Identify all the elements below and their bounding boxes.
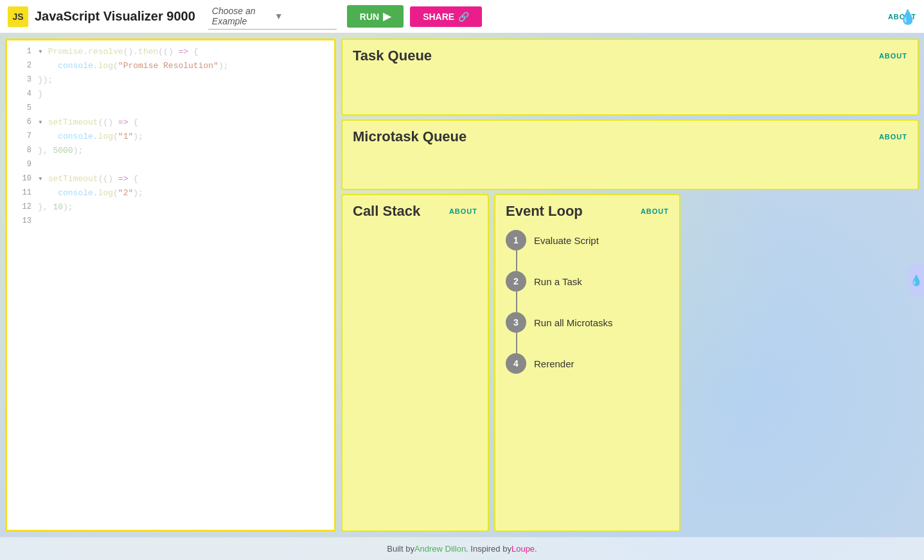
microtask-queue-title: Microtask Queue	[353, 128, 466, 145]
event-loop-panel: Event Loop ABOUT 1Evaluate Script2Run a …	[494, 194, 680, 532]
example-dropdown[interactable]: Choose an Example ▼	[208, 3, 337, 30]
step-circle: 2	[506, 271, 526, 292]
step-circle: 1	[506, 230, 526, 250]
step-label: Evaluate Script	[534, 235, 599, 246]
code-line: 13	[7, 215, 334, 229]
code-line: 10▾ setTimeout(() => {	[7, 173, 334, 187]
line-code: }, 5000);	[38, 144, 83, 158]
line-number: 8	[12, 144, 31, 157]
event-loop-header: Event Loop ABOUT	[506, 203, 669, 220]
microtask-queue-about[interactable]: ABOUT	[879, 133, 907, 141]
line-number: 13	[12, 215, 31, 227]
footer-prefix: Built by	[387, 544, 414, 554]
code-line: 3});	[7, 74, 334, 88]
step-label: Run a Task	[534, 276, 582, 287]
right-panel-wrapper: Task Queue ABOUT Microtask Queue ABOUT C…	[341, 33, 924, 537]
line-number: 9	[12, 159, 31, 171]
line-code: console.log("Promise Resolution");	[38, 60, 229, 73]
link-icon: 🔗	[458, 12, 469, 22]
code-line: 7 console.log("1");	[7, 130, 334, 144]
line-number: 12	[12, 201, 31, 213]
code-line: 8}, 5000);	[7, 144, 334, 159]
run-button[interactable]: RUN ▶	[347, 5, 404, 28]
step-label: Run all Microtasks	[534, 317, 613, 328]
line-number: 5	[12, 102, 31, 114]
code-line: 12}, 10);	[7, 201, 334, 215]
task-queue-about[interactable]: ABOUT	[879, 52, 907, 60]
footer-suffix: .	[535, 544, 537, 554]
footer-loupe-link[interactable]: Loupe	[511, 544, 535, 554]
line-code: ▾ setTimeout(() => {	[38, 173, 138, 186]
app-title: JavaScript Visualizer 9000	[35, 9, 195, 24]
line-code: console.log("1");	[38, 130, 143, 144]
line-code: console.log("2");	[38, 187, 143, 200]
js-badge: JS	[8, 6, 28, 27]
code-line: 11 console.log("2");	[7, 187, 334, 201]
footer: Built by Andrew Dillon . Inspired by Lou…	[0, 537, 924, 560]
play-icon: ▶	[383, 10, 391, 22]
code-line: 5	[7, 102, 334, 116]
call-stack-about[interactable]: ABOUT	[449, 207, 477, 215]
event-loop-step: 4Rerender	[506, 353, 669, 374]
code-line: 6▾ setTimeout(() => {	[7, 116, 334, 130]
share-button[interactable]: SHARE 🔗	[410, 6, 482, 27]
line-number: 4	[12, 88, 31, 100]
event-loop-step: 3Run all Microtasks	[506, 312, 669, 333]
microtask-queue-header: Microtask Queue ABOUT	[353, 128, 907, 145]
line-code: ▾ Promise.resolve().then(() => {	[38, 46, 199, 59]
code-content: 1▾ Promise.resolve().then(() => {2 conso…	[7, 40, 334, 234]
event-loop-title: Event Loop	[506, 203, 583, 220]
code-line: 2 console.log("Promise Resolution");	[7, 60, 334, 74]
footer-author-link[interactable]: Andrew Dillon	[414, 544, 466, 554]
chevron-down-icon: ▼	[274, 11, 333, 21]
call-stack-header: Call Stack ABOUT	[353, 203, 477, 220]
step-circle: 4	[506, 353, 526, 374]
line-code: }	[38, 88, 43, 101]
header: JS JavaScript Visualizer 9000 Choose an …	[0, 0, 924, 33]
task-queue-title: Task Queue	[353, 48, 432, 64]
event-loop-steps: 1Evaluate Script2Run a Task3Run all Micr…	[506, 230, 669, 374]
code-editor[interactable]: 1▾ Promise.resolve().then(() => {2 conso…	[5, 39, 336, 532]
side-blob: 💧	[909, 264, 924, 296]
dropdown-placeholder: Choose an Example	[212, 6, 271, 26]
microtask-queue-panel: Microtask Queue ABOUT	[341, 119, 919, 190]
line-code: ▾ setTimeout(() => {	[38, 116, 138, 130]
line-number: 7	[12, 130, 31, 143]
line-number: 2	[12, 60, 31, 72]
step-label: Rerender	[534, 358, 574, 369]
code-line: 9	[7, 159, 334, 173]
call-stack-title: Call Stack	[353, 203, 420, 220]
event-loop-step: 2Run a Task	[506, 271, 669, 292]
task-queue-header: Task Queue ABOUT	[353, 48, 907, 64]
code-line: 1▾ Promise.resolve().then(() => {	[7, 46, 334, 60]
line-code: }, 10);	[38, 201, 73, 214]
bottom-panels: Call Stack ABOUT Event Loop ABOUT 1Evalu…	[341, 194, 919, 532]
line-code: });	[38, 74, 53, 87]
right-panel: Task Queue ABOUT Microtask Queue ABOUT C…	[341, 33, 924, 537]
task-queue-panel: Task Queue ABOUT	[341, 39, 919, 116]
droplet-icon: 💧	[899, 9, 916, 26]
empty-space	[686, 194, 919, 532]
line-number: 10	[12, 173, 31, 185]
line-number: 1	[12, 46, 31, 58]
step-connector	[516, 333, 517, 353]
code-line: 4}	[7, 88, 334, 102]
event-loop-about[interactable]: ABOUT	[641, 207, 669, 215]
event-loop-step: 1Evaluate Script	[506, 230, 669, 250]
droplet-side-icon: 💧	[910, 274, 923, 286]
line-number: 3	[12, 74, 31, 86]
run-label: RUN	[360, 12, 379, 22]
step-connector	[516, 292, 517, 312]
share-label: SHARE	[423, 12, 454, 22]
line-number: 11	[12, 187, 31, 199]
step-circle: 3	[506, 312, 526, 333]
step-connector	[516, 250, 517, 271]
line-number: 6	[12, 116, 31, 128]
footer-middle: . Inspired by	[466, 544, 511, 554]
call-stack-panel: Call Stack ABOUT	[341, 194, 489, 532]
main-layout: 1▾ Promise.resolve().then(() => {2 conso…	[0, 33, 924, 537]
